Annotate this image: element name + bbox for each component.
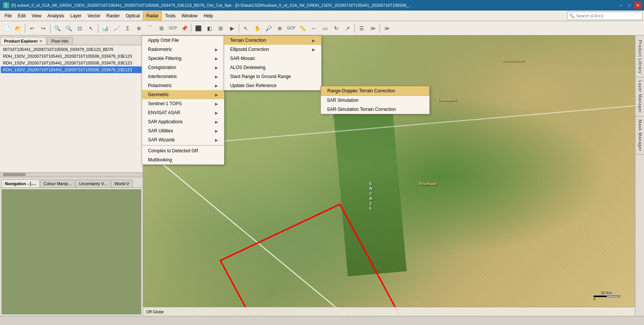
close-button[interactable]: ✕ bbox=[634, 2, 641, 9]
arrow-icon: ▶ bbox=[215, 57, 218, 61]
tb-measure[interactable]: 📏 bbox=[297, 23, 308, 34]
arrow-icon: ▶ bbox=[215, 138, 218, 142]
menu-item-sentinel1[interactable]: Sentinel-1 TOPS ▶ bbox=[142, 99, 224, 108]
menu-item-sar-sim-terrain[interactable]: SAR-Simulation Terrain Correction bbox=[321, 105, 429, 114]
menu-item-geometric[interactable]: Geometric ▶ bbox=[142, 90, 224, 99]
radar-dropdown-menu: Apply Orbit File Radiometric ▶ Speckle F… bbox=[142, 35, 224, 165]
app-icon: 5 bbox=[3, 2, 9, 8]
menu-item-sar-apps[interactable]: SAR Applications ▶ bbox=[142, 117, 224, 126]
title-bar: 5 [5] subset_0_of_S1A_IW_GRDH_1SDV_20200… bbox=[0, 0, 644, 11]
menu-item-complex-detected[interactable]: Complex to Detected GR bbox=[142, 146, 224, 155]
menu-raster[interactable]: Raster bbox=[104, 12, 123, 20]
tb-gcp2[interactable]: GCP bbox=[286, 23, 296, 34]
tb-graph[interactable]: 📈 bbox=[111, 23, 122, 34]
menu-item-coregistration[interactable]: Coregistration ▶ bbox=[142, 63, 224, 72]
menu-optical[interactable]: Optical bbox=[123, 12, 143, 20]
window-title: [5] subset_0_of_S1A_IW_GRDH_1SDV_2020071… bbox=[11, 3, 412, 8]
tb-rotate[interactable]: ↻ bbox=[331, 23, 342, 34]
tb-sep-7 bbox=[380, 24, 380, 33]
menu-item-sar-wizards[interactable]: SAR Wizards ▶ bbox=[142, 135, 224, 144]
tb-zoom-out[interactable]: 🔍 bbox=[63, 23, 74, 34]
tb-rect[interactable]: ▭ bbox=[320, 23, 330, 34]
minimize-button[interactable]: ─ bbox=[618, 2, 624, 9]
menu-vector[interactable]: Vector bbox=[85, 12, 104, 20]
menu-item-alos-deskewing[interactable]: ALOS Deskewing bbox=[224, 63, 321, 72]
restore-button[interactable]: □ bbox=[626, 2, 633, 9]
horizontal-scrollbar[interactable] bbox=[0, 172, 143, 177]
bottom-panel-tabs: Navigation - [-... Colour Manip... Uncer… bbox=[0, 177, 143, 187]
menu-item-polarimetric[interactable]: Polarimetric ▶ bbox=[142, 81, 224, 90]
menu-item-update-geo[interactable]: Update Geo Reference bbox=[224, 81, 321, 90]
tb-qr[interactable]: ⊞ bbox=[215, 23, 226, 34]
tb-zoom-tool[interactable]: 🔎 bbox=[263, 23, 274, 34]
tb-ruler[interactable]: ↔ bbox=[308, 23, 319, 34]
tb-profile[interactable]: ⌒ bbox=[145, 23, 156, 34]
product-item[interactable]: RDH_1SDV_20200716T105441_20200716T105506… bbox=[1, 53, 142, 60]
menu-layer[interactable]: Layer bbox=[67, 12, 85, 20]
menu-item-sar-utils[interactable]: SAR Utilities ▶ bbox=[142, 126, 224, 135]
tb-video[interactable]: ▶ bbox=[227, 23, 237, 34]
menu-item-range-doppler[interactable]: Range-Doppler Terrain Correction bbox=[321, 86, 429, 96]
tb-sigma[interactable]: Σ bbox=[122, 23, 133, 34]
tb-open[interactable]: 📂 bbox=[13, 23, 23, 34]
tb-select[interactable]: ↖ bbox=[86, 23, 96, 34]
menu-item-envisat[interactable]: ENVISAT ASAR ▶ bbox=[142, 108, 224, 117]
menu-analysis[interactable]: Analysis bbox=[44, 12, 67, 20]
tb-export[interactable]: ↗ bbox=[342, 23, 353, 34]
tb-sep-6 bbox=[354, 24, 355, 33]
tb-mask[interactable]: ⬛ bbox=[193, 23, 203, 34]
tb-gcp[interactable]: GCP bbox=[168, 23, 178, 34]
tb-new[interactable]: 📄 bbox=[2, 23, 12, 34]
tb-zoom-range[interactable]: ⊕ bbox=[275, 23, 285, 34]
menu-view[interactable]: View bbox=[29, 12, 44, 20]
tb-zoom-in[interactable]: 🔍 bbox=[52, 23, 63, 34]
menu-radar[interactable]: Radar bbox=[143, 11, 162, 20]
tb-sep-4 bbox=[191, 24, 191, 33]
right-sidebar: Product Library Layer Manager Mask Manag… bbox=[635, 35, 644, 316]
menu-item-sar-simulation[interactable]: SAR Simulation bbox=[321, 96, 429, 105]
tb-cursor[interactable]: ↖ bbox=[241, 23, 251, 34]
tb-scatter[interactable]: ⊕ bbox=[134, 23, 144, 34]
search-input[interactable] bbox=[576, 14, 636, 18]
tb-redo[interactable]: ↪ bbox=[38, 23, 49, 34]
tb-undo[interactable]: ↩ bbox=[27, 23, 37, 34]
tab-uncertainty[interactable]: Uncertainty V... bbox=[76, 179, 110, 187]
tab-pixel-info[interactable]: Pixel Info bbox=[47, 37, 72, 45]
tab-world[interactable]: World V bbox=[111, 179, 133, 187]
tb-pin[interactable]: 📌 bbox=[179, 23, 189, 34]
menu-item-ellipsoid-correction[interactable]: Ellipsoid Correction ▶ bbox=[224, 45, 321, 54]
menu-item-slant-range[interactable]: Slant Range to Ground Range bbox=[224, 72, 321, 81]
product-item-selected[interactable]: RDH_1SDV_20200716T105441_20200716T105506… bbox=[1, 66, 142, 73]
product-item[interactable]: RDH_1SDV_20200716T105441_20200716T105506… bbox=[1, 60, 142, 66]
menu-item-radiometric[interactable]: Radiometric ▶ bbox=[142, 45, 224, 54]
menu-edit[interactable]: Edit bbox=[15, 12, 29, 20]
tb-more2[interactable]: ≫ bbox=[382, 23, 392, 34]
tb-grid[interactable]: ⊞ bbox=[156, 23, 167, 34]
tb-fit[interactable]: ⊡ bbox=[75, 23, 85, 34]
menu-item-speckle[interactable]: Speckle Filtering ▶ bbox=[142, 54, 224, 63]
menu-window[interactable]: Window bbox=[179, 12, 201, 20]
menu-item-apply-orbit[interactable]: Apply Orbit File bbox=[142, 36, 224, 45]
menu-item-multilooking[interactable]: Multilooking bbox=[142, 155, 224, 164]
tab-colour[interactable]: Colour Manip... bbox=[40, 179, 75, 187]
tb-layers[interactable]: ☰ bbox=[356, 23, 367, 34]
window-controls: ─ □ ✕ bbox=[618, 2, 641, 9]
menu-file[interactable]: File bbox=[2, 12, 15, 20]
product-item[interactable]: 00716T105441_20200716T105506_033479_03E1… bbox=[1, 46, 142, 53]
menu-item-interferometric[interactable]: Interferometric ▶ bbox=[142, 72, 224, 81]
tb-chart[interactable]: 📊 bbox=[100, 23, 110, 34]
tab-product-close[interactable]: ✕ bbox=[39, 39, 42, 43]
tb-more1[interactable]: ≫ bbox=[368, 23, 378, 34]
menu-item-terrain-correction[interactable]: Terrain Correction ▶ bbox=[224, 36, 321, 45]
menu-tools[interactable]: Tools bbox=[162, 12, 179, 20]
menu-item-sar-mosaic[interactable]: SAR-Mosaic bbox=[224, 54, 321, 63]
tb-hand[interactable]: ✋ bbox=[252, 23, 262, 34]
sidebar-product-library[interactable]: Product Library bbox=[635, 37, 644, 77]
tb-roi[interactable]: ◧ bbox=[204, 23, 215, 34]
tab-navigation[interactable]: Navigation - [-... bbox=[2, 179, 40, 187]
tab-product-explorer[interactable]: Product Explorer ✕ bbox=[0, 37, 46, 45]
sidebar-mask-manager[interactable]: Mask Manager bbox=[635, 117, 644, 155]
sidebar-layer-manager[interactable]: Layer Manager bbox=[635, 77, 644, 117]
menu-help[interactable]: Help bbox=[201, 12, 216, 20]
arrow-icon: ▶ bbox=[312, 48, 315, 52]
